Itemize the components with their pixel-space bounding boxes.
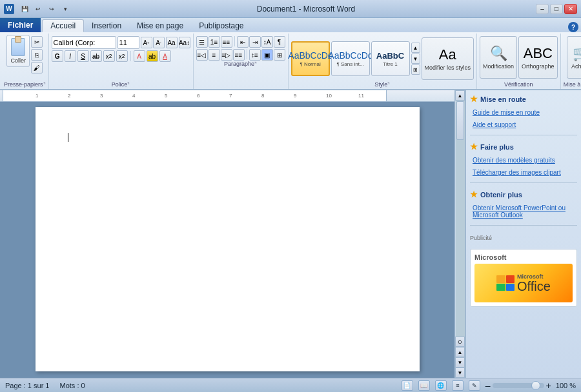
increase-font-btn[interactable]: A+ [141, 37, 152, 48]
document-container: 1 2 3 4 5 6 7 8 9 10 11 [0, 90, 454, 378]
multilevel-list-btn[interactable]: ≡≡ [221, 36, 232, 48]
superscript-button[interactable]: x2 [116, 50, 128, 62]
justify-btn[interactable]: ≡≡ [233, 49, 245, 61]
decrease-indent-btn[interactable]: ⇤ [237, 36, 249, 48]
tab-mise-en-page[interactable]: Mise en page [129, 19, 191, 32]
strikethrough-button[interactable]: ab [90, 50, 102, 62]
save-quick-btn[interactable]: 💾 [19, 4, 30, 14]
increase-indent-btn[interactable]: ⇥ [249, 36, 261, 48]
zoom-thumb[interactable] [531, 381, 540, 390]
shading-btn[interactable]: ▣ [261, 49, 273, 61]
aide-link[interactable]: Aide et support [473, 121, 577, 128]
font-name-input[interactable] [52, 36, 116, 49]
acheter-label: Acheter [571, 63, 581, 70]
undo-quick-btn[interactable]: ↩ [32, 4, 44, 14]
ruler: 1 2 3 4 5 6 7 8 9 10 11 [0, 90, 454, 102]
italic-button[interactable]: I [65, 50, 76, 62]
ruler-content: 1 2 3 4 5 6 7 8 9 10 11 [3, 90, 387, 101]
align-center-btn[interactable]: ≡ [209, 49, 220, 61]
text-effect-btn[interactable]: A [134, 50, 145, 62]
prev-page-btn[interactable]: ▲ [455, 347, 465, 357]
copier-button[interactable]: ⎘ [31, 49, 43, 61]
sort-btn[interactable]: ↕A [261, 36, 273, 48]
zoom-plus-btn[interactable]: + [546, 380, 551, 391]
powerpoint-link[interactable]: Obtenir Microsoft PowerPoint ou Microsof… [473, 204, 577, 219]
decrease-font-btn[interactable]: A- [153, 37, 165, 48]
redo-quick-btn[interactable]: ↪ [46, 4, 57, 14]
style-sans-interligne-label: ¶ Sans int... [336, 61, 363, 67]
align-right-btn[interactable]: ≡▷ [221, 49, 232, 61]
style-normal[interactable]: AaBbCcDc ¶ Normal [291, 41, 330, 76]
style-label: Style [374, 81, 387, 88]
align-left-btn[interactable]: ≡◁ [196, 49, 208, 61]
full-reading-btn[interactable]: 📖 [418, 380, 430, 391]
document-page[interactable] [36, 107, 420, 371]
couper-button[interactable]: ✂ [31, 36, 43, 48]
font-size-input[interactable] [117, 36, 139, 49]
coller-button[interactable]: Coller [6, 35, 30, 67]
tab-accueil[interactable]: Accueil [42, 19, 84, 32]
reproduire-button[interactable]: 🖌 [31, 62, 43, 74]
font-color-btn[interactable]: A [159, 50, 171, 62]
help-button[interactable]: ? [568, 22, 578, 32]
acheter-button[interactable]: 🛒 Acheter [567, 36, 581, 79]
qa-dropdown-btn[interactable]: ▾ [59, 4, 71, 14]
highlight-btn[interactable]: ab [147, 50, 158, 62]
guide-link[interactable]: Guide de mise en route [473, 109, 577, 116]
scroll-up-arrow[interactable]: ▲ [455, 90, 465, 101]
scroll-track[interactable] [456, 101, 465, 337]
line-spacing-btn[interactable]: ↕≡ [249, 49, 261, 61]
orthographe-button[interactable]: ABC Orthographe [518, 36, 558, 79]
outline-view-btn[interactable]: ≡ [452, 380, 464, 391]
zoom-minus-btn[interactable]: – [485, 380, 491, 391]
office-icon-cell-4 [506, 284, 515, 291]
office-logo-area: Microsoft Office [496, 273, 551, 293]
acheter-icon: 🛒 [573, 45, 581, 62]
minimize-button[interactable]: – [536, 4, 549, 14]
modifier-styles-icon: Aa [439, 46, 456, 63]
scroll-down-arrow[interactable]: ▼ [455, 368, 465, 378]
clipart-link[interactable]: Télécharger des images clipart [473, 169, 577, 176]
web-view-btn[interactable]: 🌐 [435, 380, 447, 391]
show-hide-btn[interactable]: ¶ [274, 36, 285, 48]
select-object-btn[interactable]: ⊙ [455, 337, 465, 347]
style-expand[interactable]: ⌝ [387, 82, 390, 88]
tab-fichier[interactable]: Fichier [0, 18, 41, 32]
status-bar-right: 📄 📖 🌐 ≡ ✎ – + 100 % [402, 380, 576, 391]
paragraphe-expand[interactable]: ⌝ [254, 61, 257, 67]
modification-button[interactable]: 🔍 Modification [480, 36, 517, 79]
ms-logo-area: Microsoft [474, 253, 573, 261]
styles-expand[interactable]: ⊞ [411, 64, 420, 75]
modeles-link[interactable]: Obtenir des modèles gratuits [473, 157, 577, 164]
zoom-percent: 100 % [556, 382, 576, 389]
zoom-slider[interactable] [493, 383, 544, 388]
maximize-button[interactable]: □ [550, 4, 563, 14]
style-titre1[interactable]: AaBbC Titre 1 [371, 41, 410, 76]
subscript-button[interactable]: x2 [103, 50, 115, 62]
close-button[interactable]: ✕ [564, 4, 577, 14]
underline-button[interactable]: S [77, 50, 89, 62]
tab-publipostage[interactable]: Publipostage [191, 19, 251, 32]
bold-button[interactable]: G [52, 50, 63, 62]
next-page-btn[interactable]: ▼ [455, 357, 465, 368]
styles-scroll-down[interactable]: ▼ [411, 54, 420, 64]
draft-view-btn[interactable]: ✎ [469, 380, 480, 391]
doc-scroll-area[interactable] [0, 102, 454, 378]
modifier-styles-button[interactable]: Aa Modifier les styles [422, 37, 474, 80]
publicite-label: Publicité [470, 235, 577, 241]
scroll-thumb[interactable] [456, 101, 464, 140]
style-normal-label: ¶ Normal [300, 61, 320, 67]
print-view-btn[interactable]: 📄 [402, 380, 413, 391]
change-case-btn[interactable]: Aa↕ [179, 37, 190, 48]
border-btn[interactable]: ⊞ [274, 49, 285, 61]
presse-papiers-expand[interactable]: ⌝ [43, 82, 46, 88]
tab-insertion[interactable]: Insertion [84, 19, 129, 32]
numbered-list-btn[interactable]: 1≡ [209, 36, 220, 48]
clear-format-btn[interactable]: Aa [166, 37, 178, 48]
police-expand[interactable]: ⌝ [127, 82, 130, 88]
bullet-list-btn[interactable]: ☰ [196, 36, 208, 48]
styles-scroll-up[interactable]: ▲ [411, 43, 420, 53]
style-sans-interligne-preview: AaBbCcDc [328, 50, 372, 61]
coller-icon [11, 38, 25, 56]
style-sans-interligne[interactable]: AaBbCcDc ¶ Sans int... [331, 41, 370, 76]
